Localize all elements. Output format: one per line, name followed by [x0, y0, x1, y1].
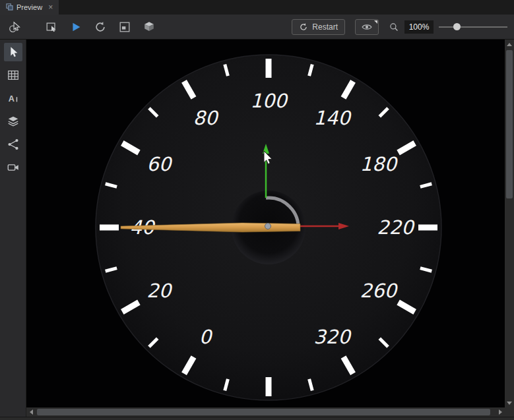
speedometer-gauge[interactable]: 020406080100140180220260320 [26, 40, 505, 407]
preview-toolbar: Restart 100% [0, 15, 514, 40]
horizontal-scroll-thumb[interactable] [37, 409, 490, 415]
select-frame-button[interactable] [44, 19, 59, 35]
reload-icon [94, 20, 107, 34]
reload-button[interactable] [92, 19, 108, 35]
restart-label: Restart [312, 22, 338, 32]
pick-tool-button[interactable] [7, 19, 22, 35]
svg-text:180: 180 [360, 153, 399, 175]
restart-icon [299, 22, 308, 32]
eye-icon [361, 21, 373, 33]
tab-title: Preview [16, 3, 42, 11]
svg-text:140: 140 [313, 107, 352, 129]
zoom-slider[interactable] [439, 19, 507, 35]
zoom-controls: 100% [389, 19, 507, 35]
text-tool-icon: A [7, 92, 20, 105]
horizontal-scrollbar[interactable] [26, 407, 505, 417]
preview-tab-icon [6, 3, 13, 12]
magnifier-icon [389, 22, 399, 32]
svg-text:A: A [8, 94, 14, 104]
restart-button[interactable]: Restart [292, 19, 345, 35]
toolbar-right-group: Restart 100% [292, 19, 507, 35]
3d-cube-icon [143, 20, 156, 34]
scroll-down-button[interactable] [505, 398, 514, 407]
dropdown-corner-icon [374, 20, 377, 24]
scroll-left-button[interactable] [26, 407, 36, 417]
scroll-right-button[interactable] [496, 407, 505, 417]
svg-text:0: 0 [199, 326, 213, 348]
zoom-slider-track [439, 26, 507, 28]
fit-view-button[interactable] [117, 19, 133, 35]
sidebar-item-camera[interactable] [4, 158, 22, 177]
svg-text:100: 100 [250, 90, 288, 112]
svg-text:220: 220 [377, 216, 415, 239]
svg-text:260: 260 [360, 280, 399, 302]
layers-icon [7, 115, 20, 128]
svg-text:320: 320 [313, 326, 352, 348]
grid-icon [7, 69, 20, 82]
svg-text:60: 60 [146, 153, 172, 175]
play-mode-button[interactable] [68, 19, 84, 35]
status-strip [0, 417, 514, 420]
fit-icon [118, 20, 131, 34]
preview-canvas-area[interactable]: 020406080100140180220260320 [26, 40, 505, 407]
scrollbar-corner [505, 407, 514, 417]
svg-text:20: 20 [146, 280, 172, 302]
zoom-slider-handle[interactable] [453, 23, 461, 30]
vertical-scrollbar[interactable] [505, 40, 514, 407]
svg-text:80: 80 [193, 107, 219, 129]
scroll-up-button[interactable] [505, 40, 514, 49]
visibility-button[interactable] [355, 19, 379, 35]
sidebar-item-text-tool[interactable]: A [4, 89, 22, 107]
sidebar-item-grid-view[interactable] [4, 66, 22, 84]
vertical-scroll-thumb[interactable] [506, 50, 513, 198]
3d-view-button[interactable] [141, 19, 157, 35]
sidebar-item-select-tool[interactable] [4, 43, 22, 61]
connections-icon [7, 138, 20, 151]
zoom-level-field[interactable]: 100% [404, 20, 434, 34]
workspace: A [0, 40, 514, 417]
tab-close-icon[interactable]: × [48, 3, 53, 11]
camera-icon [7, 161, 20, 174]
tab-bar: Preview × [0, 0, 514, 15]
sidebar-item-layers[interactable] [4, 112, 22, 131]
tab-preview[interactable]: Preview × [0, 0, 59, 15]
play-icon [69, 20, 82, 34]
sidebar-item-connections[interactable] [4, 135, 22, 154]
select-arrow-icon [7, 45, 20, 59]
select-frame-icon [45, 20, 58, 34]
left-toolbar: A [0, 40, 26, 417]
preview-window: Preview × [0, 0, 514, 420]
pick-tool-icon [8, 20, 21, 34]
